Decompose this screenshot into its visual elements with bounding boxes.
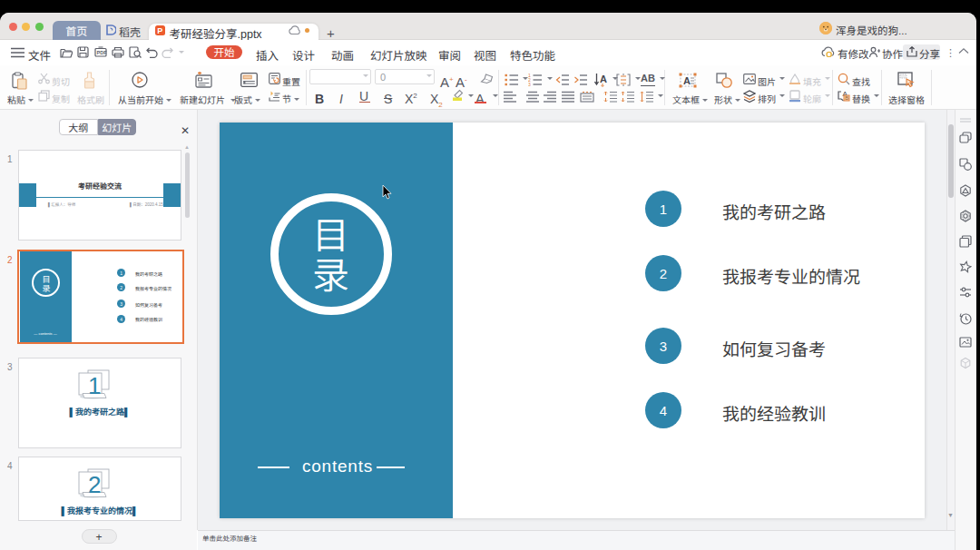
svg-text:A: A [600, 74, 607, 84]
svg-text:B: B [845, 95, 848, 101]
svg-text:2: 2 [88, 471, 101, 498]
svg-text:PDF: PDF [97, 49, 107, 56]
svg-text:1: 1 [88, 372, 101, 399]
svg-text:A: A [683, 75, 691, 86]
svg-text:3: 3 [528, 82, 531, 86]
